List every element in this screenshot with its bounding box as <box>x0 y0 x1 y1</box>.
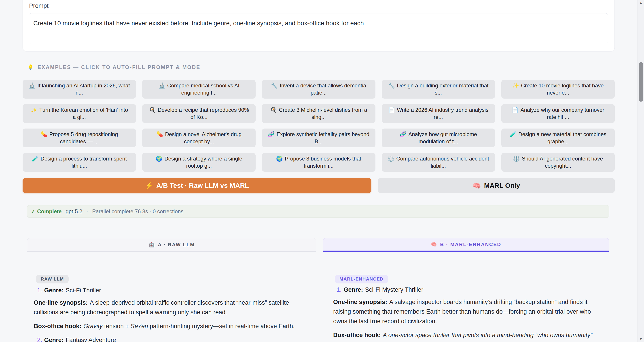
brain-icon: 🧠 <box>431 242 438 248</box>
test-tube-icon: 🧪 <box>510 131 516 137</box>
genre-value: Fantasy Adventure <box>66 337 116 342</box>
prompt-label: Prompt <box>29 2 48 10</box>
example-label: Design a novel Alzheimer's drug concept … <box>165 131 242 144</box>
example-label: Invent a device that allows dementia pat… <box>280 82 366 96</box>
hook-title-1: Gravity <box>84 323 103 330</box>
example-button[interactable]: 🔬Compare medical school vs AI engineerin… <box>142 80 256 98</box>
examples-header-label: EXAMPLES — CLICK TO AUTO-FILL PROMPT & M… <box>38 64 200 70</box>
example-button[interactable]: 🔧Invent a device that allows dementia pa… <box>262 80 375 98</box>
example-label: Write a 2026 AI industry trend analysis … <box>397 107 488 120</box>
hook-title-2: Se7en <box>130 323 148 330</box>
example-button[interactable]: 🍳Develop a recipe that reproduces 90% of… <box>142 104 256 123</box>
sparkles-icon: ✨ <box>512 82 519 88</box>
pane-a-header[interactable]: 🤖 A · RAW LLM <box>27 238 316 252</box>
pane-a-title: A · RAW LLM <box>158 242 195 248</box>
document-icon: 📄 <box>512 107 518 113</box>
example-button[interactable]: 💊Propose 5 drug repositioning candidates… <box>22 128 136 147</box>
document-icon: 📄 <box>388 107 395 113</box>
genre-value: Sci-Fi Thriller <box>66 287 101 294</box>
status-separator: · <box>86 208 88 214</box>
example-label: Create 10 movie loglines that have never… <box>521 82 604 96</box>
dna-icon: 🧬 <box>400 131 406 137</box>
pane-a-content: 1.Genre:Sci-Fi Thriller One-line synopsi… <box>34 286 306 342</box>
synopsis-paragraph: One-line synopsis:A sleep-deprived orbit… <box>34 298 306 317</box>
scales-icon: ⚖️ <box>513 156 520 162</box>
ab-test-button[interactable]: ⚡ A/B Test · Raw LLM vs MARL <box>22 178 371 193</box>
marl-enhanced-badge: MARL-ENHANCED <box>335 275 388 284</box>
scroll-down-arrow-icon[interactable]: ▼ <box>638 337 644 341</box>
scales-icon: ⚖️ <box>388 156 394 162</box>
lightning-icon: ⚡ <box>145 182 153 190</box>
example-label: Design a building exterior material that… <box>397 82 488 96</box>
example-button[interactable]: ⚖️Compare autonomous vehicle accident li… <box>382 153 495 172</box>
example-button[interactable]: 🍳Create 3 Michelin-level dishes from a s… <box>262 104 375 123</box>
hook-label: Box-office hook: <box>333 332 381 338</box>
synopsis-label: One-line synopsis: <box>333 299 387 305</box>
example-label: Compare medical school vs AI engineering… <box>167 82 240 96</box>
test-tube-icon: 🧪 <box>32 156 38 162</box>
example-button[interactable]: 🧬Analyze how gut microbiome modulation o… <box>382 128 495 147</box>
example-button[interactable]: ✨Turn the Korean emotion of 'Han' into a… <box>22 104 136 123</box>
globe-icon: 🌍 <box>156 156 162 162</box>
list-item: 1.Genre:Sci-Fi Thriller <box>34 286 306 295</box>
mode-button-row: ⚡ A/B Test · Raw LLM vs MARL 🧠 MARL Only <box>22 178 615 193</box>
cooking-icon: 🍳 <box>270 107 277 113</box>
example-button[interactable]: 💊Design a novel Alzheimer's drug concept… <box>142 128 256 147</box>
example-button[interactable]: ✨Create 10 movie loglines that have neve… <box>501 80 615 98</box>
status-model: gpt-5.2 <box>66 208 82 214</box>
lightbulb-icon: 💡 <box>27 64 34 70</box>
example-button[interactable]: 🧪Design a new material that combines gra… <box>501 128 615 147</box>
example-label: Should AI-generated content have copyrig… <box>522 156 603 169</box>
example-button[interactable]: ⚖️Should AI-generated content have copyr… <box>501 153 615 172</box>
example-button[interactable]: 🧬Explore synthetic lethality pairs beyon… <box>262 128 375 147</box>
example-button[interactable]: 🌍Design a strategy where a single roofto… <box>142 153 256 172</box>
marl-only-label: MARL Only <box>484 182 520 189</box>
ab-test-label: A/B Test · Raw LLM vs MARL <box>156 182 249 189</box>
hook-text-1: tension + <box>103 323 130 330</box>
raw-llm-badge: RAW LLM <box>36 275 69 284</box>
example-label: Design a new material that combines grap… <box>518 131 606 144</box>
status-complete: ✓ Complete <box>31 208 62 214</box>
hook-paragraph: Box-office hook:Gravity tension + Se7en … <box>34 322 306 331</box>
example-button[interactable]: 🔬If launching an AI startup in 2026, wha… <box>22 80 136 98</box>
example-label: Develop a recipe that reproduces 90% of … <box>158 107 249 120</box>
hook-label: Box-office hook: <box>34 323 82 330</box>
example-button[interactable]: 🔧Design a building exterior material tha… <box>382 80 495 98</box>
scrollbar-track[interactable]: ▲ ▼ <box>638 0 644 342</box>
pane-b-header[interactable]: 🧠 B · MARL-ENHANCED <box>323 238 609 252</box>
example-label: If launching an AI startup in 2026, what… <box>37 82 130 96</box>
example-button[interactable]: 📄Write a 2026 AI industry trend analysis… <box>382 104 495 123</box>
app-page: Prompt Create 10 movie loglines that hav… <box>0 0 644 342</box>
microscope-icon: 🔬 <box>158 82 165 88</box>
example-label: Design a strategy where a single rooftop… <box>164 156 242 169</box>
prompt-card: Prompt Create 10 movie loglines that hav… <box>22 0 615 52</box>
robot-icon: 🤖 <box>148 242 155 248</box>
wrench-icon: 🔧 <box>271 82 278 88</box>
wrench-icon: 🔧 <box>388 82 395 88</box>
pill-icon: 💊 <box>41 131 48 137</box>
example-label: Turn the Korean emotion of 'Han' into a … <box>39 107 128 120</box>
example-label: Propose 5 drug repositioning candidates … <box>50 131 118 144</box>
scrollbar-thumb[interactable] <box>639 62 643 102</box>
example-label: Compare autonomous vehicle accident liab… <box>396 156 489 169</box>
example-label: Design a process to transform spent lith… <box>40 156 127 169</box>
list-number: 2. <box>37 337 42 342</box>
examples-grid: 🔬If launching an AI startup in 2026, wha… <box>22 80 615 172</box>
examples-header: 💡 EXAMPLES — CLICK TO AUTO-FILL PROMPT &… <box>27 64 200 70</box>
list-item: 2.Genre:Fantasy Adventure <box>34 335 306 342</box>
genre-label: Genre: <box>344 286 363 293</box>
microscope-icon: 🔬 <box>28 82 35 88</box>
example-button[interactable]: 📄Analyze why our company turnover rate h… <box>501 104 615 123</box>
status-detail: Parallel complete 76.8s · 0 corrections <box>92 208 183 214</box>
hook-text-2: pattern-hunting mystery—set in real-time… <box>148 323 295 330</box>
example-label: Analyze how gut microbiome modulation of… <box>408 131 477 144</box>
status-state: Complete <box>37 208 62 214</box>
example-button[interactable]: 🌍Propose 3 business models that transfor… <box>262 153 375 172</box>
example-label: Create 3 Michelin-level dishes from a si… <box>279 107 367 120</box>
pane-b-content: 1.Genre:Sci-Fi Mystery Thriller One-line… <box>333 285 605 342</box>
genre-label: Genre: <box>44 287 64 294</box>
example-button[interactable]: 🧪Design a process to transform spent lit… <box>22 153 136 172</box>
scroll-up-arrow-icon[interactable]: ▲ <box>638 1 644 4</box>
marl-only-button[interactable]: 🧠 MARL Only <box>378 178 615 193</box>
prompt-input[interactable]: Create 10 movie loglines that have never… <box>29 14 608 44</box>
